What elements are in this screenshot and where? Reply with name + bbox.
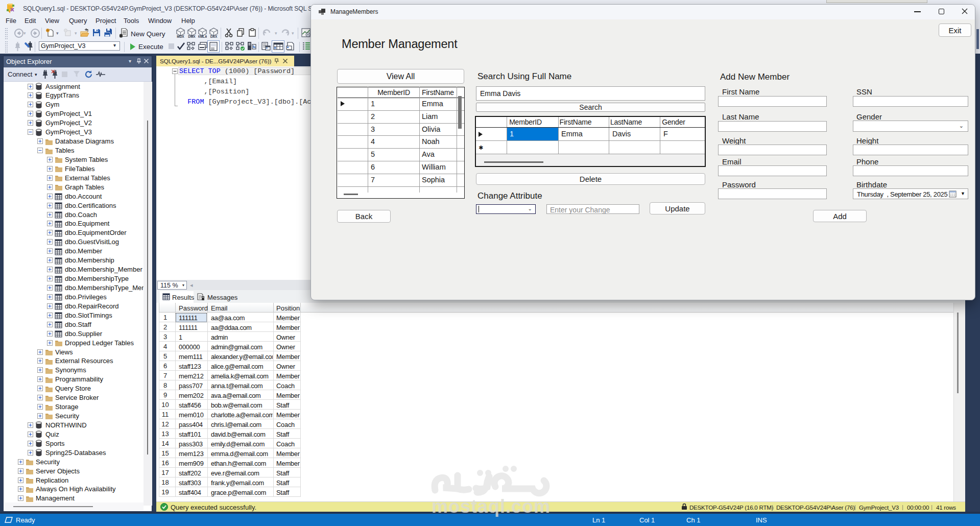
svg-text:DAX: DAX	[210, 35, 218, 38]
svg-text:DMX: DMX	[188, 35, 196, 38]
svg-text:XMLA: XMLA	[198, 35, 207, 38]
svg-text:MDX: MDX	[177, 35, 184, 38]
